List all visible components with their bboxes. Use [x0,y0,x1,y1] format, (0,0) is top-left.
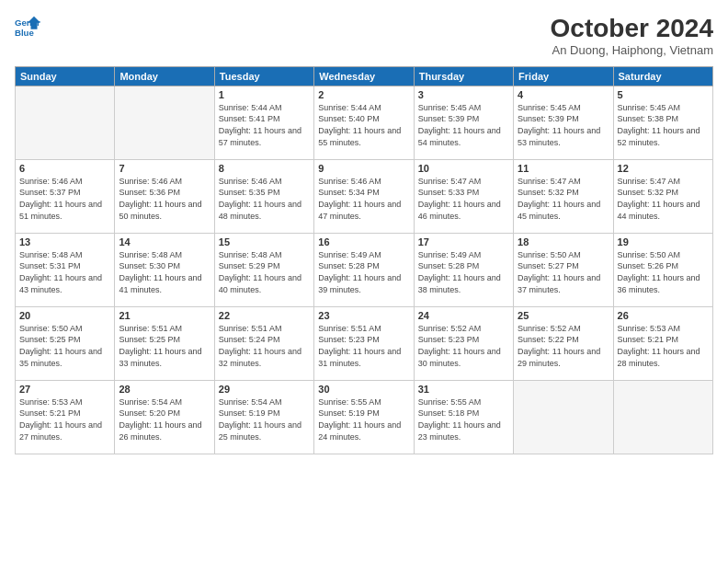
day-number: 31 [418,384,509,395]
location: An Duong, Haiphong, Vietnam [551,43,713,57]
day-number: 9 [318,163,409,174]
day-info: Sunrise: 5:51 AM Sunset: 5:25 PM Dayligh… [119,323,210,369]
week-row-1: 6 Sunrise: 5:46 AM Sunset: 5:37 PM Dayli… [16,159,713,233]
day-info: Sunrise: 5:51 AM Sunset: 5:24 PM Dayligh… [219,323,310,369]
day-info: Sunrise: 5:46 AM Sunset: 5:36 PM Dayligh… [119,176,210,222]
day-info: Sunrise: 5:54 AM Sunset: 5:19 PM Dayligh… [219,396,310,442]
day-info: Sunrise: 5:48 AM Sunset: 5:29 PM Dayligh… [219,249,310,295]
day-cell: 21 Sunrise: 5:51 AM Sunset: 5:25 PM Dayl… [115,306,214,380]
week-row-3: 20 Sunrise: 5:50 AM Sunset: 5:25 PM Dayl… [16,306,713,380]
week-row-2: 13 Sunrise: 5:48 AM Sunset: 5:31 PM Dayl… [16,233,713,306]
day-info: Sunrise: 5:52 AM Sunset: 5:23 PM Dayligh… [418,323,509,369]
day-number: 27 [19,384,110,395]
day-cell: 16 Sunrise: 5:49 AM Sunset: 5:28 PM Dayl… [314,233,414,306]
day-number: 24 [418,310,509,321]
day-info: Sunrise: 5:49 AM Sunset: 5:28 PM Dayligh… [318,249,409,295]
day-cell [613,380,712,454]
week-row-4: 27 Sunrise: 5:53 AM Sunset: 5:21 PM Dayl… [16,380,713,454]
page: General Blue October 2024 An Duong, Haip… [0,0,728,563]
day-cell: 7 Sunrise: 5:46 AM Sunset: 5:36 PM Dayli… [115,159,214,233]
day-cell: 11 Sunrise: 5:47 AM Sunset: 5:32 PM Dayl… [514,159,613,233]
day-cell: 8 Sunrise: 5:46 AM Sunset: 5:35 PM Dayli… [214,159,313,233]
day-info: Sunrise: 5:54 AM Sunset: 5:20 PM Dayligh… [119,396,210,442]
day-info: Sunrise: 5:45 AM Sunset: 5:39 PM Dayligh… [418,102,509,148]
day-info: Sunrise: 5:47 AM Sunset: 5:32 PM Dayligh… [618,176,709,222]
day-number: 28 [119,384,210,395]
col-header-tuesday: Tuesday [214,66,313,86]
month-title: October 2024 [551,15,713,43]
day-number: 3 [418,89,509,100]
day-cell: 9 Sunrise: 5:46 AM Sunset: 5:34 PM Dayli… [314,159,414,233]
logo-icon: General Blue [15,15,40,40]
day-info: Sunrise: 5:53 AM Sunset: 5:21 PM Dayligh… [19,396,110,442]
day-number: 8 [219,163,310,174]
day-info: Sunrise: 5:45 AM Sunset: 5:39 PM Dayligh… [518,102,609,148]
day-info: Sunrise: 5:55 AM Sunset: 5:18 PM Dayligh… [418,396,509,442]
day-number: 16 [318,236,409,247]
day-cell: 15 Sunrise: 5:48 AM Sunset: 5:29 PM Dayl… [214,233,313,306]
col-header-wednesday: Wednesday [314,66,414,86]
day-cell: 25 Sunrise: 5:52 AM Sunset: 5:22 PM Dayl… [514,306,613,380]
day-number: 20 [19,310,110,321]
day-cell: 13 Sunrise: 5:48 AM Sunset: 5:31 PM Dayl… [16,233,115,306]
day-cell: 20 Sunrise: 5:50 AM Sunset: 5:25 PM Dayl… [16,306,115,380]
day-number: 22 [219,310,310,321]
day-number: 26 [618,310,709,321]
day-info: Sunrise: 5:50 AM Sunset: 5:25 PM Dayligh… [19,323,110,369]
col-header-thursday: Thursday [414,66,513,86]
title-block: October 2024 An Duong, Haiphong, Vietnam [551,15,713,57]
logo: General Blue [15,15,40,40]
day-number: 15 [219,236,310,247]
day-number: 11 [518,163,609,174]
day-cell [514,380,613,454]
day-cell: 23 Sunrise: 5:51 AM Sunset: 5:23 PM Dayl… [314,306,414,380]
day-cell: 2 Sunrise: 5:44 AM Sunset: 5:40 PM Dayli… [314,86,414,159]
col-header-friday: Friday [514,66,613,86]
day-info: Sunrise: 5:51 AM Sunset: 5:23 PM Dayligh… [318,323,409,369]
day-cell: 5 Sunrise: 5:45 AM Sunset: 5:38 PM Dayli… [613,86,712,159]
day-number: 7 [119,163,210,174]
day-info: Sunrise: 5:48 AM Sunset: 5:30 PM Dayligh… [119,249,210,295]
day-info: Sunrise: 5:55 AM Sunset: 5:19 PM Dayligh… [318,396,409,442]
day-cell: 31 Sunrise: 5:55 AM Sunset: 5:18 PM Dayl… [414,380,513,454]
day-number: 21 [119,310,210,321]
day-number: 17 [418,236,509,247]
day-number: 13 [19,236,110,247]
day-number: 30 [318,384,409,395]
day-cell: 3 Sunrise: 5:45 AM Sunset: 5:39 PM Dayli… [414,86,513,159]
day-info: Sunrise: 5:50 AM Sunset: 5:27 PM Dayligh… [518,249,609,295]
day-number: 12 [618,163,709,174]
day-number: 25 [518,310,609,321]
calendar-header-row: SundayMondayTuesdayWednesdayThursdayFrid… [16,66,713,86]
day-info: Sunrise: 5:44 AM Sunset: 5:40 PM Dayligh… [318,102,409,148]
day-cell: 28 Sunrise: 5:54 AM Sunset: 5:20 PM Dayl… [115,380,214,454]
col-header-saturday: Saturday [613,66,712,86]
col-header-monday: Monday [115,66,214,86]
day-info: Sunrise: 5:46 AM Sunset: 5:34 PM Dayligh… [318,176,409,222]
day-cell: 26 Sunrise: 5:53 AM Sunset: 5:21 PM Dayl… [613,306,712,380]
day-info: Sunrise: 5:50 AM Sunset: 5:26 PM Dayligh… [618,249,709,295]
day-info: Sunrise: 5:46 AM Sunset: 5:35 PM Dayligh… [219,176,310,222]
week-row-0: 1 Sunrise: 5:44 AM Sunset: 5:41 PM Dayli… [16,86,713,159]
day-cell: 30 Sunrise: 5:55 AM Sunset: 5:19 PM Dayl… [314,380,414,454]
col-header-sunday: Sunday [16,66,115,86]
day-number: 10 [418,163,509,174]
day-info: Sunrise: 5:49 AM Sunset: 5:28 PM Dayligh… [418,249,509,295]
day-info: Sunrise: 5:47 AM Sunset: 5:32 PM Dayligh… [518,176,609,222]
day-number: 2 [318,89,409,100]
day-info: Sunrise: 5:53 AM Sunset: 5:21 PM Dayligh… [618,323,709,369]
day-number: 4 [518,89,609,100]
day-number: 14 [119,236,210,247]
day-number: 29 [219,384,310,395]
day-info: Sunrise: 5:52 AM Sunset: 5:22 PM Dayligh… [518,323,609,369]
day-number: 1 [219,89,310,100]
day-cell: 22 Sunrise: 5:51 AM Sunset: 5:24 PM Dayl… [214,306,313,380]
day-cell: 4 Sunrise: 5:45 AM Sunset: 5:39 PM Dayli… [514,86,613,159]
day-number: 18 [518,236,609,247]
day-info: Sunrise: 5:48 AM Sunset: 5:31 PM Dayligh… [19,249,110,295]
day-cell: 29 Sunrise: 5:54 AM Sunset: 5:19 PM Dayl… [214,380,313,454]
calendar: SundayMondayTuesdayWednesdayThursdayFrid… [15,66,713,454]
day-cell: 18 Sunrise: 5:50 AM Sunset: 5:27 PM Dayl… [514,233,613,306]
header: General Blue October 2024 An Duong, Haip… [15,15,713,57]
day-cell: 1 Sunrise: 5:44 AM Sunset: 5:41 PM Dayli… [214,86,313,159]
